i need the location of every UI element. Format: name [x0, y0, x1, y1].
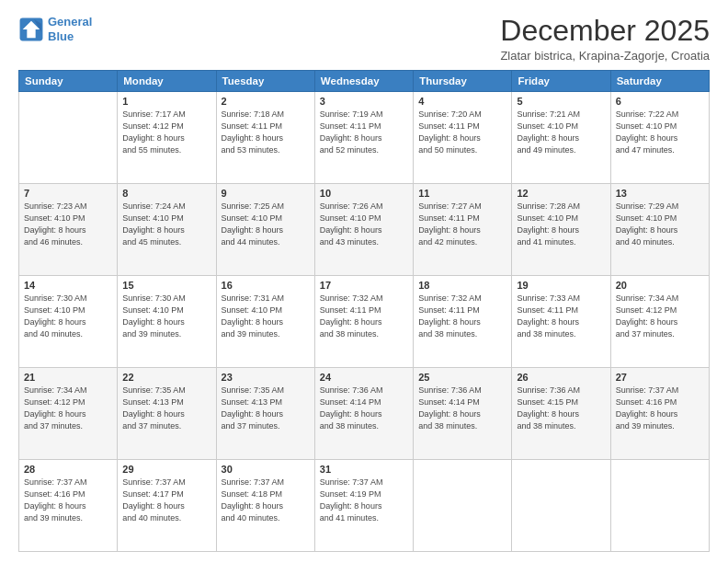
calendar-cell: 2Sunrise: 7:18 AMSunset: 4:11 PMDaylight… [216, 92, 314, 184]
calendar-cell: 8Sunrise: 7:24 AMSunset: 4:10 PMDaylight… [118, 184, 216, 276]
day-number: 23 [222, 372, 310, 383]
calendar-header-row: SundayMondayTuesdayWednesdayThursdayFrid… [19, 71, 710, 92]
logo-line2: Blue [48, 29, 74, 43]
logo: General Blue [18, 15, 92, 43]
calendar-cell: 10Sunrise: 7:26 AMSunset: 4:10 PMDayligh… [314, 184, 413, 276]
day-info: Sunrise: 7:34 AMSunset: 4:12 PMDaylight:… [616, 293, 704, 340]
day-number: 4 [418, 96, 506, 107]
calendar-cell: 29Sunrise: 7:37 AMSunset: 4:17 PMDayligh… [118, 460, 216, 552]
day-number: 5 [517, 96, 605, 107]
day-info: Sunrise: 7:37 AMSunset: 4:16 PMDaylight:… [616, 385, 704, 432]
day-number: 26 [517, 372, 605, 383]
day-info: Sunrise: 7:26 AMSunset: 4:10 PMDaylight:… [320, 201, 408, 248]
calendar-cell [512, 460, 610, 552]
day-info: Sunrise: 7:35 AMSunset: 4:13 PMDaylight:… [222, 385, 310, 432]
calendar-cell [610, 460, 709, 552]
day-number: 17 [320, 280, 408, 291]
calendar-header-sunday: Sunday [19, 71, 118, 92]
calendar-cell: 4Sunrise: 7:20 AMSunset: 4:11 PMDaylight… [414, 92, 512, 184]
calendar-week-row: 14Sunrise: 7:30 AMSunset: 4:10 PMDayligh… [19, 276, 710, 368]
logo-text: General Blue [48, 15, 92, 43]
day-number: 14 [24, 280, 112, 291]
day-number: 3 [320, 96, 408, 107]
calendar-cell: 13Sunrise: 7:29 AMSunset: 4:10 PMDayligh… [610, 184, 709, 276]
calendar-cell: 27Sunrise: 7:37 AMSunset: 4:16 PMDayligh… [610, 368, 709, 460]
day-info: Sunrise: 7:17 AMSunset: 4:12 PMDaylight:… [122, 109, 210, 156]
day-number: 30 [222, 464, 310, 475]
calendar-cell: 12Sunrise: 7:28 AMSunset: 4:10 PMDayligh… [512, 184, 610, 276]
day-number: 21 [24, 372, 112, 383]
subtitle: Zlatar bistrica, Krapina-Zagorje, Croati… [500, 49, 710, 63]
calendar-week-row: 7Sunrise: 7:23 AMSunset: 4:10 PMDaylight… [19, 184, 710, 276]
day-number: 31 [320, 464, 408, 475]
calendar-header-wednesday: Wednesday [314, 71, 413, 92]
day-info: Sunrise: 7:30 AMSunset: 4:10 PMDaylight:… [122, 293, 210, 340]
calendar-cell: 25Sunrise: 7:36 AMSunset: 4:14 PMDayligh… [414, 368, 512, 460]
day-number: 10 [320, 188, 408, 199]
calendar-week-row: 21Sunrise: 7:34 AMSunset: 4:12 PMDayligh… [19, 368, 710, 460]
day-info: Sunrise: 7:36 AMSunset: 4:14 PMDaylight:… [418, 385, 506, 432]
day-info: Sunrise: 7:22 AMSunset: 4:10 PMDaylight:… [616, 109, 704, 156]
day-info: Sunrise: 7:20 AMSunset: 4:11 PMDaylight:… [418, 109, 506, 156]
day-number: 24 [320, 372, 408, 383]
calendar-header-friday: Friday [512, 71, 610, 92]
calendar-cell: 24Sunrise: 7:36 AMSunset: 4:14 PMDayligh… [314, 368, 413, 460]
calendar-cell: 22Sunrise: 7:35 AMSunset: 4:13 PMDayligh… [118, 368, 216, 460]
calendar-cell: 6Sunrise: 7:22 AMSunset: 4:10 PMDaylight… [610, 92, 709, 184]
day-number: 28 [24, 464, 112, 475]
day-number: 27 [616, 372, 704, 383]
calendar-week-row: 1Sunrise: 7:17 AMSunset: 4:12 PMDaylight… [19, 92, 710, 184]
calendar-cell: 9Sunrise: 7:25 AMSunset: 4:10 PMDaylight… [216, 184, 314, 276]
day-info: Sunrise: 7:28 AMSunset: 4:10 PMDaylight:… [517, 201, 605, 248]
calendar-cell: 15Sunrise: 7:30 AMSunset: 4:10 PMDayligh… [118, 276, 216, 368]
day-info: Sunrise: 7:31 AMSunset: 4:10 PMDaylight:… [222, 293, 310, 340]
calendar-cell: 21Sunrise: 7:34 AMSunset: 4:12 PMDayligh… [19, 368, 118, 460]
day-number: 8 [122, 188, 210, 199]
day-info: Sunrise: 7:37 AMSunset: 4:19 PMDaylight:… [320, 477, 408, 524]
calendar-cell: 11Sunrise: 7:27 AMSunset: 4:11 PMDayligh… [414, 184, 512, 276]
day-info: Sunrise: 7:37 AMSunset: 4:16 PMDaylight:… [24, 477, 112, 524]
day-number: 2 [222, 96, 310, 107]
day-number: 12 [517, 188, 605, 199]
day-info: Sunrise: 7:19 AMSunset: 4:11 PMDaylight:… [320, 109, 408, 156]
calendar-cell: 20Sunrise: 7:34 AMSunset: 4:12 PMDayligh… [610, 276, 709, 368]
calendar-cell: 26Sunrise: 7:36 AMSunset: 4:15 PMDayligh… [512, 368, 610, 460]
calendar-cell [19, 92, 118, 184]
day-number: 19 [517, 280, 605, 291]
day-number: 15 [122, 280, 210, 291]
day-number: 7 [24, 188, 112, 199]
calendar-cell: 16Sunrise: 7:31 AMSunset: 4:10 PMDayligh… [216, 276, 314, 368]
calendar-cell: 28Sunrise: 7:37 AMSunset: 4:16 PMDayligh… [19, 460, 118, 552]
title-block: December 2025 Zlatar bistrica, Krapina-Z… [500, 15, 710, 63]
day-info: Sunrise: 7:36 AMSunset: 4:14 PMDaylight:… [320, 385, 408, 432]
day-number: 1 [122, 96, 210, 107]
day-number: 25 [418, 372, 506, 383]
day-info: Sunrise: 7:21 AMSunset: 4:10 PMDaylight:… [517, 109, 605, 156]
calendar-cell: 17Sunrise: 7:32 AMSunset: 4:11 PMDayligh… [314, 276, 413, 368]
header: General Blue December 2025 Zlatar bistri… [18, 15, 710, 63]
calendar-header-tuesday: Tuesday [216, 71, 314, 92]
day-number: 18 [418, 280, 506, 291]
day-info: Sunrise: 7:30 AMSunset: 4:10 PMDaylight:… [24, 293, 112, 340]
day-info: Sunrise: 7:36 AMSunset: 4:15 PMDaylight:… [517, 385, 605, 432]
calendar-cell: 14Sunrise: 7:30 AMSunset: 4:10 PMDayligh… [19, 276, 118, 368]
day-info: Sunrise: 7:25 AMSunset: 4:10 PMDaylight:… [222, 201, 310, 248]
day-info: Sunrise: 7:35 AMSunset: 4:13 PMDaylight:… [122, 385, 210, 432]
calendar-cell: 5Sunrise: 7:21 AMSunset: 4:10 PMDaylight… [512, 92, 610, 184]
day-number: 11 [418, 188, 506, 199]
day-number: 22 [122, 372, 210, 383]
day-info: Sunrise: 7:37 AMSunset: 4:17 PMDaylight:… [122, 477, 210, 524]
day-info: Sunrise: 7:34 AMSunset: 4:12 PMDaylight:… [24, 385, 112, 432]
day-info: Sunrise: 7:32 AMSunset: 4:11 PMDaylight:… [320, 293, 408, 340]
logo-line1: General [48, 15, 92, 29]
day-info: Sunrise: 7:37 AMSunset: 4:18 PMDaylight:… [222, 477, 310, 524]
day-number: 13 [616, 188, 704, 199]
calendar-week-row: 28Sunrise: 7:37 AMSunset: 4:16 PMDayligh… [19, 460, 710, 552]
calendar-cell: 19Sunrise: 7:33 AMSunset: 4:11 PMDayligh… [512, 276, 610, 368]
day-number: 6 [616, 96, 704, 107]
day-number: 20 [616, 280, 704, 291]
calendar-header-monday: Monday [118, 71, 216, 92]
calendar-cell: 31Sunrise: 7:37 AMSunset: 4:19 PMDayligh… [314, 460, 413, 552]
day-number: 29 [122, 464, 210, 475]
calendar-cell: 30Sunrise: 7:37 AMSunset: 4:18 PMDayligh… [216, 460, 314, 552]
